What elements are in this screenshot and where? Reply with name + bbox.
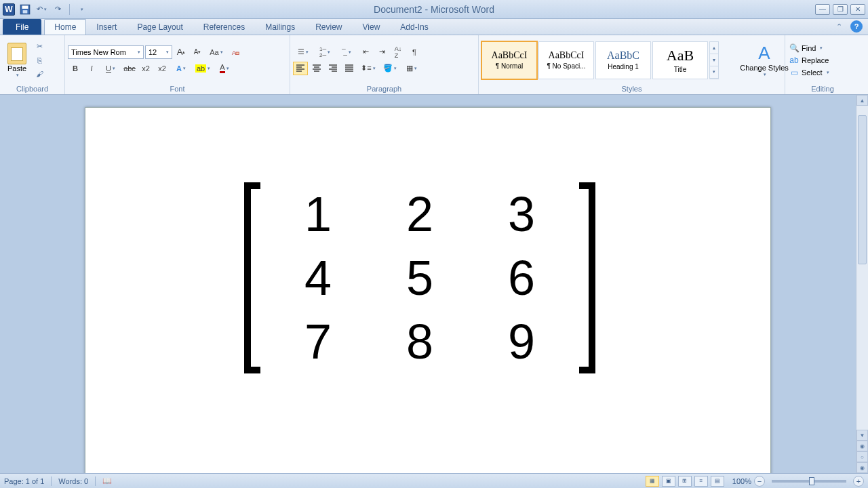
save-icon[interactable] — [19, 3, 31, 16]
zoom-in-button[interactable]: + — [853, 476, 864, 487]
superscript-icon[interactable]: x2 — [155, 62, 170, 75]
tab-file[interactable]: File — [3, 19, 41, 35]
ribbon: Paste ▾ ✂ ⎘ 🖌 Clipboard Times New Rom▾ 1… — [0, 35, 868, 95]
multilevel-list-icon[interactable]: ─ ─▾ — [336, 45, 357, 59]
find-button[interactable]: 🔍Find▾ — [788, 43, 831, 54]
paste-icon — [7, 43, 26, 64]
next-page-icon[interactable]: ◉ — [856, 462, 868, 473]
italic-icon[interactable]: I — [84, 62, 99, 75]
tab-home[interactable]: Home — [44, 19, 86, 35]
align-center-icon[interactable] — [309, 62, 324, 75]
ribbon-tabs: File Home Insert Page Layout References … — [0, 19, 868, 35]
change-styles-button[interactable]: A Change Styles ▾ — [747, 43, 782, 77]
zoom-slider[interactable] — [772, 480, 846, 483]
help-icon[interactable]: ? — [850, 20, 863, 33]
style-normal[interactable]: AaBbCcI ¶ Normal — [481, 41, 537, 79]
gallery-more-icon[interactable]: ▾ — [710, 66, 718, 79]
text-effects-icon[interactable]: A▾ — [171, 62, 191, 75]
undo-icon[interactable]: ↶▾ — [35, 3, 47, 16]
svg-rect-2 — [23, 10, 28, 14]
tab-insert[interactable]: Insert — [86, 19, 127, 35]
status-proof-icon[interactable]: 📖 — [102, 476, 112, 485]
bold-icon[interactable]: B — [68, 62, 83, 75]
view-full-screen-icon[interactable]: ▣ — [662, 476, 675, 487]
shrink-font-icon[interactable]: A▾ — [190, 45, 205, 59]
cut-icon[interactable]: ✂ — [33, 41, 46, 53]
tab-addins[interactable]: Add-Ins — [390, 19, 438, 35]
redo-icon[interactable]: ↷ — [52, 3, 64, 16]
sort-icon[interactable]: A↓Z — [391, 45, 406, 59]
font-name-combo[interactable]: Times New Rom▾ — [68, 45, 144, 59]
status-page[interactable]: Page: 1 of 1 — [4, 477, 44, 485]
matrix-grid: 1 2 3 4 5 6 7 8 9 — [260, 182, 579, 373]
align-right-icon[interactable] — [326, 62, 340, 75]
style-heading1[interactable]: AaBbC Heading 1 — [595, 41, 651, 79]
strikethrough-icon[interactable]: abc — [122, 62, 137, 75]
tab-references[interactable]: References — [193, 19, 255, 35]
justify-icon[interactable] — [342, 62, 357, 75]
style-title[interactable]: AaB Title — [652, 41, 708, 79]
select-button[interactable]: ▭Select▾ — [788, 67, 831, 78]
grow-font-icon[interactable]: A▴ — [174, 45, 189, 59]
view-web-layout-icon[interactable]: ⊞ — [678, 476, 692, 487]
gallery-up-icon[interactable]: ▲ — [710, 42, 718, 54]
tab-mailings[interactable]: Mailings — [255, 19, 305, 35]
quick-access-toolbar: W ↶▾ ↷ ▾ — [0, 3, 87, 16]
increase-indent-icon[interactable]: ⇥ — [374, 45, 389, 59]
page[interactable]: 1 2 3 4 5 6 7 8 9 — [85, 107, 771, 473]
paste-button[interactable]: Paste ▾ — [3, 41, 31, 79]
minimize-button[interactable]: — — [815, 4, 830, 15]
format-painter-icon[interactable]: 🖌 — [33, 68, 46, 80]
font-size-combo[interactable]: 12▾ — [145, 45, 172, 59]
group-styles: AaBbCcI ¶ Normal AaBbCcI ¶ No Spaci... A… — [479, 35, 785, 94]
editing-group-label: Editing — [788, 83, 857, 94]
subscript-icon[interactable]: x2 — [138, 62, 153, 75]
zoom-level[interactable]: 100% — [732, 477, 751, 485]
replace-button[interactable]: abReplace — [788, 55, 831, 66]
tab-page-layout[interactable]: Page Layout — [127, 19, 193, 35]
font-color-icon[interactable]: A▾ — [214, 62, 235, 75]
show-marks-icon[interactable]: ¶ — [407, 45, 422, 59]
gallery-down-icon[interactable]: ▼ — [710, 54, 718, 66]
styles-gallery: AaBbCcI ¶ Normal AaBbCcI ¶ No Spaci... A… — [481, 41, 743, 79]
view-outline-icon[interactable]: ≡ — [694, 476, 708, 487]
scroll-thumb[interactable] — [858, 115, 867, 264]
styles-group-label: Styles — [481, 83, 782, 94]
zoom-out-button[interactable]: − — [754, 476, 765, 487]
copy-icon[interactable]: ⎘ — [33, 54, 46, 66]
clear-formatting-icon[interactable]: A — [228, 45, 243, 59]
qat-customize-icon[interactable]: ▾ — [75, 3, 87, 16]
line-spacing-icon[interactable]: ⬍≡▾ — [358, 62, 378, 75]
gallery-scroll: ▲ ▼ ▾ — [709, 41, 719, 79]
svg-rect-1 — [22, 5, 28, 9]
change-case-icon[interactable]: Aa▾ — [206, 45, 226, 59]
borders-icon[interactable]: ▦▾ — [401, 62, 422, 75]
numbering-icon[interactable]: 1─2─▾ — [315, 45, 335, 59]
tab-view[interactable]: View — [353, 19, 391, 35]
tab-review[interactable]: Review — [305, 19, 352, 35]
style-no-spacing[interactable]: AaBbCcI ¶ No Spaci... — [538, 41, 594, 79]
browse-object-icon[interactable]: ○ — [856, 451, 868, 462]
align-left-icon[interactable] — [293, 62, 308, 75]
scroll-up-icon[interactable]: ▲ — [856, 95, 868, 106]
app-icon[interactable]: W — [3, 3, 15, 16]
maximize-button[interactable]: ❐ — [833, 4, 848, 15]
scroll-down-icon[interactable]: ▼ — [856, 430, 868, 441]
font-group-label: Font — [68, 83, 287, 94]
shading-icon[interactable]: 🪣▾ — [380, 62, 400, 75]
view-print-layout-icon[interactable]: ▦ — [646, 476, 659, 487]
document-area: 1 2 3 4 5 6 7 8 9 — [0, 95, 856, 473]
bullets-icon[interactable]: ☰▾ — [293, 45, 313, 59]
matrix-cell: 6 — [471, 246, 572, 310]
view-draft-icon[interactable]: ▤ — [711, 476, 724, 487]
highlight-icon[interactable]: ab▾ — [193, 62, 213, 75]
zoom-knob[interactable] — [809, 477, 814, 485]
decrease-indent-icon[interactable]: ⇤ — [358, 45, 373, 59]
group-font: Times New Rom▾ 12▾ A▴ A▾ Aa▾ A B I U▾ ab… — [65, 35, 290, 94]
status-words[interactable]: Words: 0 — [58, 477, 88, 485]
minimize-ribbon-icon[interactable]: ⌃ — [833, 20, 845, 33]
prev-page-icon[interactable]: ◉ — [856, 441, 868, 451]
svg-rect-4 — [236, 52, 239, 55]
close-button[interactable]: ✕ — [850, 4, 865, 15]
underline-icon[interactable]: U▾ — [100, 62, 121, 75]
